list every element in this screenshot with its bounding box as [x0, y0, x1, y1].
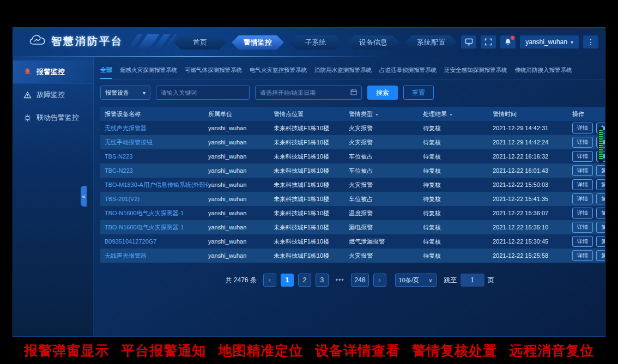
nav-tab[interactable]: 设备信息 [347, 35, 399, 50]
device-name-link[interactable]: TBO-N1600电气火灾探测器-1 [105, 209, 208, 217]
notification-bell-icon[interactable] [500, 35, 516, 48]
notification-badge [511, 36, 514, 40]
review-button[interactable]: 复核 [596, 222, 605, 233]
unit-cell: yanshi_wuhan [208, 181, 274, 188]
review-button[interactable]: 复核 [596, 165, 605, 176]
search-type-select[interactable]: 报警设备 ▾ [100, 86, 150, 100]
device-name-link[interactable]: B093510412720G7 [105, 238, 208, 245]
vertical-scrollbar[interactable] [598, 127, 603, 163]
device-name-link[interactable]: TBO-M1830-A用户信息传输系统(外部化) [105, 181, 208, 189]
unit-cell: yanshi_wuhan [208, 125, 274, 131]
review-button[interactable]: 复核 [596, 250, 605, 261]
sidebar-item-label: 故障监控 [37, 90, 65, 100]
feature-caption: 平台报警通知 [121, 342, 206, 360]
chevron-right-icon: › [379, 276, 381, 284]
detail-button[interactable]: 详情 [572, 193, 593, 204]
system-tab[interactable]: 电气火灾监控预警系统 [250, 66, 307, 79]
unit-cell: yanshi_wuhan [208, 224, 274, 230]
review-button[interactable]: 复核 [596, 236, 605, 247]
keyword-input[interactable] [156, 86, 250, 100]
detail-button[interactable]: 详情 [572, 208, 593, 219]
device-name-link[interactable]: TBO-N1600电气火灾探测器-1 [105, 223, 208, 232]
detail-button[interactable]: 详情 [572, 222, 593, 233]
detail-button[interactable]: 详情 [572, 137, 593, 148]
result-cell: 待复核 [423, 124, 493, 132]
location-cell: 未来科技城F1栋10楼 [274, 252, 349, 260]
system-tab[interactable]: 烟感火灾探测报警系统 [120, 66, 177, 79]
time-cell: 2021-12-29 14:42:24 [493, 139, 572, 145]
monitor-icon[interactable] [461, 35, 476, 48]
location-cell: 未来科技城F1栋10楼 [274, 209, 349, 217]
sidebar-item-linkage-monitor[interactable]: 联动告警监控 [13, 106, 93, 129]
nav-tab[interactable]: 子系统 [289, 35, 342, 50]
calendar-icon [350, 89, 357, 96]
detail-button[interactable]: 详情 [572, 123, 593, 134]
filter-icon[interactable]: ▼ [375, 113, 379, 117]
page-size-select[interactable]: 10条/页 ∨ [395, 274, 437, 287]
result-cell: 待复核 [423, 181, 493, 189]
sidebar-collapse-handle[interactable]: « [81, 186, 87, 207]
detail-button[interactable]: 详情 [572, 179, 593, 190]
detail-button[interactable]: 详情 [572, 250, 593, 261]
page-button[interactable]: 1 [281, 274, 294, 287]
row-actions: 详情 复核 [572, 222, 605, 233]
filter-icon[interactable]: ▼ [449, 113, 453, 117]
nav-tab[interactable]: 首页 [174, 35, 226, 50]
alarm-type-cell: 车位被占 [349, 195, 423, 203]
result-cell: 待复核 [423, 167, 493, 175]
table-row: TBO-M1830-A用户信息传输系统(外部化) yanshi_wuhan 未来… [100, 178, 605, 192]
device-name-link[interactable]: 无线声光报警器 [105, 252, 208, 260]
system-tab[interactable]: 占道违章侦测报警系统 [379, 66, 437, 79]
fullscreen-icon[interactable] [481, 35, 496, 48]
next-page-button[interactable]: › [373, 274, 386, 287]
date-range-picker[interactable]: 请选择开始/结束日期 [255, 86, 362, 100]
table-row: TBS-N223 yanshi_wuhan 未来科技城F1栋10楼 车位被占 待… [100, 149, 605, 163]
page-button[interactable]: 3 [316, 274, 329, 287]
device-name-link[interactable]: TBS-201(V2) [105, 196, 208, 202]
alarm-type-cell: 车位被占 [349, 153, 423, 161]
system-tab[interactable]: 泛安全感知探测报警系统 [444, 66, 507, 79]
system-tab[interactable]: 消防用水监测报警系统 [314, 66, 372, 79]
table-header: 报警设备名称 所属单位 警情点位置 警情类型▼ 处理结果▼ 警情时间 操作 [100, 107, 605, 121]
system-tab[interactable]: 可燃气体探测报警系统 [185, 66, 242, 79]
jump-page-input[interactable] [461, 274, 484, 287]
result-cell: 待复核 [423, 195, 493, 203]
review-button[interactable]: 复核 [596, 193, 605, 204]
username: yanshi_wuhan [525, 38, 567, 46]
col-time: 警情时间 [493, 110, 572, 118]
system-tabs: 全部 烟感火灾探测报警系统 可燃气体探测报警系统 电气火灾监控预警系统 消防用水… [100, 66, 605, 80]
detail-button[interactable]: 详情 [572, 236, 593, 247]
review-button[interactable]: 复核 [596, 179, 605, 190]
system-tab[interactable]: 全部 [100, 66, 112, 79]
device-name-link[interactable]: 无线声光报警器 [105, 124, 208, 132]
alarm-table: 报警设备名称 所属单位 警情点位置 警情类型▼ 处理结果▼ 警情时间 操作 [100, 107, 605, 263]
device-name-link[interactable]: TBC-N223 [105, 167, 208, 174]
reset-button[interactable]: 重置 [403, 86, 434, 100]
page-button[interactable]: 248 [351, 274, 368, 287]
alarm-type-cell: 火灾报警 [349, 252, 423, 260]
sidebar: 报警监控 故障监控 [13, 57, 94, 337]
system-tab[interactable]: 传统消防接入报警系统 [515, 66, 572, 79]
user-menu[interactable]: yanshi_wuhan ▾ [520, 35, 579, 48]
detail-button[interactable]: 详情 [572, 165, 593, 176]
chevron-down-icon: ∨ [428, 277, 432, 283]
kebab-menu-icon[interactable]: ⋮ [583, 35, 598, 48]
review-button[interactable]: 复核 [596, 208, 605, 219]
alarm-type-cell: 火灾报警 [349, 138, 423, 147]
col-unit: 所属单位 [208, 110, 274, 118]
device-name-link[interactable]: 无线手动报警按钮 [105, 138, 208, 147]
prev-page-button[interactable]: ‹ [263, 274, 276, 287]
device-name-link[interactable]: TBS-N223 [105, 153, 208, 160]
nav-tab[interactable]: 系统配置 [405, 35, 457, 50]
nav-tab[interactable]: 警情监控 [232, 35, 284, 50]
page-button[interactable]: ••• [333, 274, 347, 287]
detail-button[interactable]: 详情 [572, 151, 593, 162]
sidebar-item-alarm-monitor[interactable]: 报警监控 [13, 60, 93, 83]
page-button[interactable]: 2 [298, 274, 311, 287]
col-result: 处理结果▼ [423, 110, 493, 118]
table-row: TBO-N1600电气火灾探测器-1 yanshi_wuhan 未来科技城F1栋… [100, 220, 605, 234]
main-nav: 首页 警情监控 子系统 设备信息 系统配置 [174, 35, 457, 50]
sidebar-item-fault-monitor[interactable]: 故障监控 [13, 83, 93, 106]
search-button[interactable]: 搜索 [367, 86, 398, 100]
scrollbar-thumb[interactable] [599, 130, 603, 160]
